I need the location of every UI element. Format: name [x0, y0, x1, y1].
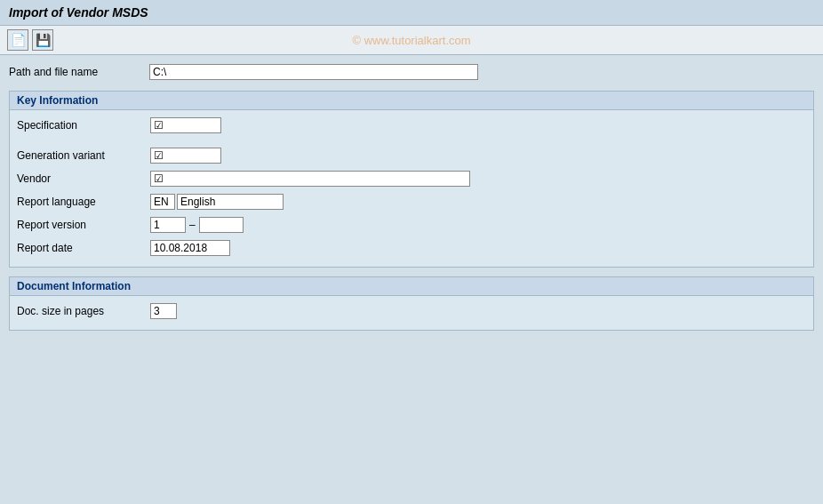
report-language-row: Report language [17, 192, 806, 212]
specification-row: Specification [17, 116, 806, 135]
key-information-section: Key Information Specification Generation… [9, 91, 814, 268]
doc-size-row: Doc. size in pages [17, 301, 806, 321]
report-version-label: Report version [17, 219, 150, 231]
report-date-input[interactable] [150, 240, 230, 256]
specification-input[interactable] [150, 117, 221, 133]
path-input[interactable] [149, 64, 478, 80]
report-version-input2[interactable] [199, 217, 244, 233]
key-information-body: Specification Generation variant Vendor … [10, 110, 813, 267]
specification-label: Specification [17, 119, 150, 132]
report-date-row: Report date [17, 238, 806, 258]
doc-size-label: Doc. size in pages [17, 305, 150, 317]
doc-size-input[interactable] [150, 303, 177, 319]
vendor-input[interactable] [150, 171, 470, 187]
report-language-code-input[interactable] [150, 194, 175, 210]
report-date-label: Report date [17, 242, 150, 254]
path-label: Path and file name [9, 66, 142, 78]
generation-variant-row: Generation variant [17, 146, 806, 165]
title-bar: Import of Vendor MSDS [0, 0, 823, 26]
generation-variant-label: Generation variant [17, 149, 150, 162]
report-version-input1[interactable] [150, 217, 186, 233]
document-information-header: Document Information [10, 277, 813, 296]
key-information-header: Key Information [10, 92, 813, 110]
content: Path and file name Key Information Speci… [0, 55, 823, 348]
document-information-body: Doc. size in pages [10, 296, 813, 330]
vendor-row: Vendor [17, 169, 806, 188]
vendor-label: Vendor [17, 172, 150, 185]
report-language-label: Report language [17, 196, 150, 208]
toolbar: 📄 💾 © www.tutorialkart.com [0, 26, 823, 55]
watermark: © www.tutorialkart.com [352, 34, 470, 47]
report-version-row: Report version – [17, 215, 806, 235]
new-button[interactable]: 📄 [7, 29, 28, 51]
report-language-name-input[interactable] [177, 194, 284, 210]
generation-variant-input[interactable] [150, 148, 221, 164]
document-information-section: Document Information Doc. size in pages [9, 276, 814, 331]
page-title: Import of Vendor MSDS [9, 5, 148, 20]
path-row: Path and file name [9, 64, 814, 80]
version-separator: – [189, 219, 196, 231]
save-button[interactable]: 💾 [32, 29, 53, 51]
